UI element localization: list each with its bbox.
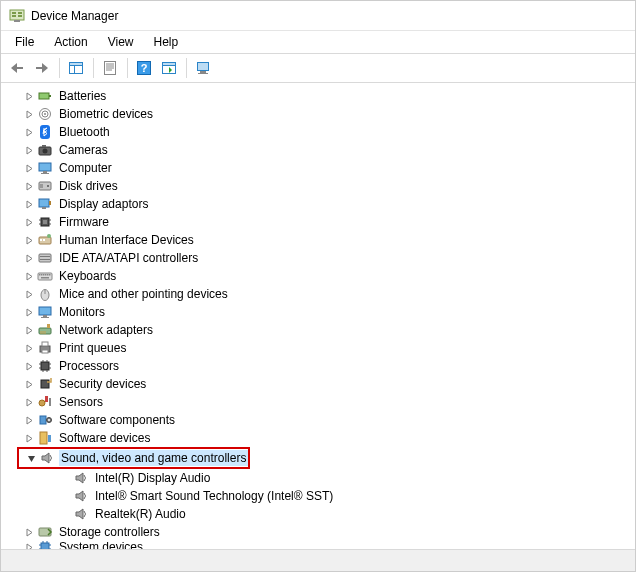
tree-category[interactable]: Sound, video and game controllers — [19, 449, 248, 467]
tree-category[interactable]: Storage controllers — [1, 523, 635, 541]
svg-rect-39 — [49, 201, 51, 205]
tree-category[interactable]: Computer — [1, 159, 635, 177]
expand-icon[interactable] — [21, 412, 37, 428]
tree-category[interactable]: Firmware — [1, 213, 635, 231]
forward-button[interactable] — [30, 56, 54, 80]
tree-label: Biometric devices — [57, 106, 155, 122]
speaker-icon — [39, 450, 55, 466]
svg-rect-32 — [39, 163, 51, 171]
svg-rect-40 — [42, 207, 46, 209]
svg-rect-87 — [49, 398, 51, 406]
menu-view[interactable]: View — [98, 33, 144, 51]
keyboard-icon — [37, 268, 53, 284]
expand-icon[interactable] — [21, 106, 37, 122]
help-button[interactable]: ? — [132, 56, 156, 80]
menu-bar: File Action View Help — [1, 31, 635, 53]
speaker-icon — [73, 470, 89, 486]
svg-rect-75 — [41, 362, 49, 370]
svg-rect-6 — [17, 67, 23, 69]
expand-icon[interactable] — [21, 232, 37, 248]
svg-text:?: ? — [141, 62, 148, 74]
expand-icon[interactable] — [21, 376, 37, 392]
tree-device[interactable]: Intel® Smart Sound Technology (Intel® SS… — [1, 487, 635, 505]
tree-label: Mice and other pointing devices — [57, 286, 230, 302]
expand-icon[interactable] — [21, 196, 37, 212]
svg-rect-73 — [42, 342, 48, 346]
expand-icon[interactable] — [21, 214, 37, 230]
expand-icon[interactable] — [21, 430, 37, 446]
tree-label: Firmware — [57, 214, 111, 230]
highlighted-category: Sound, video and game controllers — [17, 447, 250, 469]
expand-icon[interactable] — [21, 524, 37, 540]
devices-button[interactable] — [191, 56, 215, 80]
expand-icon[interactable] — [21, 358, 37, 374]
tree-view[interactable]: BatteriesBiometric devicesBluetoothCamer… — [1, 83, 635, 549]
tree-category[interactable]: Monitors — [1, 303, 635, 321]
tree-device[interactable]: Realtek(R) Audio — [1, 505, 635, 523]
network-icon — [37, 322, 53, 338]
svg-rect-5 — [14, 20, 20, 22]
expand-icon[interactable] — [21, 340, 37, 356]
svg-rect-24 — [49, 95, 51, 97]
properties-button[interactable] — [98, 56, 122, 80]
expand-icon[interactable] — [21, 88, 37, 104]
bluetooth-icon — [37, 124, 53, 140]
tree-device[interactable]: Intel(R) Display Audio — [1, 469, 635, 487]
tree-label: Network adapters — [57, 322, 155, 338]
expand-icon[interactable] — [21, 124, 37, 140]
svg-rect-33 — [43, 171, 47, 173]
menu-action[interactable]: Action — [44, 33, 97, 51]
tree-category[interactable]: Batteries — [1, 87, 635, 105]
show-hide-tree-button[interactable] — [64, 56, 88, 80]
tree-category[interactable]: Human Interface Devices — [1, 231, 635, 249]
tree-label: Cameras — [57, 142, 110, 158]
battery-icon — [37, 88, 53, 104]
tree-category[interactable]: Software devices — [1, 429, 635, 447]
expand-icon[interactable] — [21, 178, 37, 194]
tree-category[interactable]: Display adaptors — [1, 195, 635, 213]
expand-icon[interactable] — [21, 286, 37, 302]
back-button[interactable] — [5, 56, 29, 80]
ide-icon — [37, 250, 53, 266]
svg-rect-88 — [40, 416, 46, 424]
tree-category[interactable]: Sensors — [1, 393, 635, 411]
expand-icon[interactable] — [21, 250, 37, 266]
sw-device-icon — [37, 430, 53, 446]
collapse-icon[interactable] — [23, 450, 39, 466]
tree-category[interactable]: Print queues — [1, 339, 635, 357]
system-icon — [37, 541, 53, 549]
svg-rect-49 — [43, 239, 45, 241]
svg-rect-37 — [40, 184, 43, 188]
tree-category[interactable]: Network adapters — [1, 321, 635, 339]
scan-hardware-button[interactable] — [157, 56, 181, 80]
expand-icon[interactable] — [21, 304, 37, 320]
tree-category[interactable]: Security devices — [1, 375, 635, 393]
tree-category[interactable]: Processors — [1, 357, 635, 375]
svg-rect-53 — [40, 259, 50, 260]
menu-help[interactable]: Help — [144, 33, 189, 51]
expand-icon[interactable] — [21, 160, 37, 176]
tree-category[interactable]: Cameras — [1, 141, 635, 159]
toolbar-separator — [93, 58, 94, 78]
title-bar: Device Manager — [1, 1, 635, 31]
tree-category[interactable]: Software components — [1, 411, 635, 429]
storage-icon — [37, 524, 53, 540]
expand-icon[interactable] — [21, 541, 37, 549]
tree-label: Storage controllers — [57, 524, 162, 540]
svg-rect-3 — [18, 12, 22, 14]
tree-category[interactable]: Mice and other pointing devices — [1, 285, 635, 303]
svg-rect-74 — [42, 350, 48, 353]
tree-spacer — [57, 488, 73, 504]
expand-icon[interactable] — [21, 142, 37, 158]
tree-category[interactable]: Biometric devices — [1, 105, 635, 123]
expand-icon[interactable] — [21, 268, 37, 284]
tree-category[interactable]: IDE ATA/ATAPI controllers — [1, 249, 635, 267]
tree-category[interactable]: Disk drives — [1, 177, 635, 195]
tree-category[interactable]: System devices — [1, 541, 635, 549]
expand-icon[interactable] — [21, 394, 37, 410]
expand-icon[interactable] — [21, 322, 37, 338]
tree-spacer — [57, 470, 73, 486]
tree-category[interactable]: Keyboards — [1, 267, 635, 285]
menu-file[interactable]: File — [5, 33, 44, 51]
tree-category[interactable]: Bluetooth — [1, 123, 635, 141]
